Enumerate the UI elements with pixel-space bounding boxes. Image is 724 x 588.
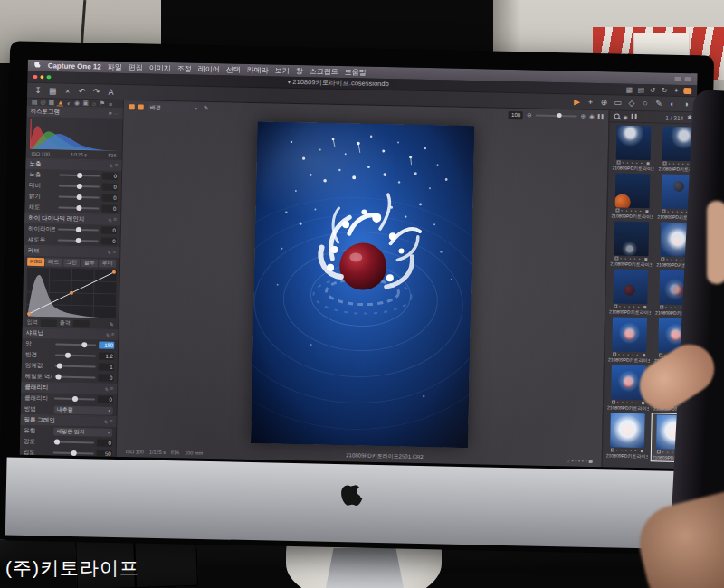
- slider-value[interactable]: 0: [102, 173, 118, 180]
- menu-item[interactable]: 스크립트: [310, 66, 338, 77]
- color-tag-circle-icon[interactable]: ○: [567, 458, 570, 463]
- rotate-ccw-icon[interactable]: ↺: [649, 86, 656, 94]
- grid-icon[interactable]: ▦: [49, 86, 57, 95]
- thumb-checkbox[interactable]: [661, 257, 664, 261]
- zoom-slider[interactable]: [536, 115, 577, 118]
- eye-icon[interactable]: ◉: [624, 113, 628, 119]
- tools-icon[interactable]: ✦: [672, 86, 680, 94]
- menu-item[interactable]: 도움말: [345, 67, 367, 78]
- color-tab-icon[interactable]: ◐: [66, 100, 71, 106]
- menu-item[interactable]: 레이어: [198, 64, 220, 75]
- slider[interactable]: [58, 229, 99, 232]
- curve-pen-icon[interactable]: ✎: [110, 321, 114, 327]
- exposure-tab-icon[interactable]: ▲: [57, 99, 63, 106]
- color-tag-icon[interactable]: [683, 87, 691, 93]
- slider[interactable]: [59, 185, 100, 188]
- tool-menu-icon[interactable]: ≡: [111, 332, 115, 338]
- slider-value[interactable]: 0: [102, 184, 118, 191]
- filmstrip-thumbnail[interactable]: • • • • • 210809PD키토라이프2494.CR2: [608, 268, 653, 316]
- tool-menu-icon[interactable]: ≡: [113, 250, 117, 256]
- slider[interactable]: [53, 441, 94, 443]
- rating-square-icon[interactable]: [589, 459, 593, 462]
- slider-knob[interactable]: [71, 396, 77, 402]
- search-icon[interactable]: [614, 113, 620, 119]
- filmstrip-thumbnail[interactable]: • • • • • 210809PD키토라이프2488.CR2: [611, 124, 655, 172]
- thumbnail-image[interactable]: [610, 413, 645, 448]
- slider[interactable]: [59, 196, 100, 199]
- slider-knob[interactable]: [76, 194, 81, 200]
- thumb-checkbox[interactable]: [614, 256, 618, 260]
- draw-mask-icon[interactable]: ✎: [655, 99, 662, 108]
- thumbnail-image[interactable]: [615, 173, 651, 208]
- thumb-checkbox[interactable]: [616, 160, 620, 164]
- pause-icon[interactable]: [632, 114, 637, 119]
- tool-menu-icon[interactable]: ≡: [110, 419, 113, 425]
- slider-knob[interactable]: [82, 342, 88, 347]
- slider-knob[interactable]: [71, 450, 76, 456]
- zoom-out-icon[interactable]: ⊖: [527, 111, 532, 119]
- close-window-button[interactable]: [33, 75, 37, 80]
- slider[interactable]: [53, 451, 94, 454]
- curve-plot[interactable]: [23, 268, 119, 319]
- annotate-icon[interactable]: A: [108, 88, 115, 97]
- slider-knob[interactable]: [57, 364, 62, 369]
- pan-tool-icon[interactable]: +: [586, 98, 594, 107]
- preset-icon[interactable]: ✎: [103, 419, 108, 425]
- rating-dots[interactable]: • • • • •: [571, 458, 586, 463]
- thumb-checkbox[interactable]: [613, 352, 616, 356]
- preset-icon[interactable]: ✎: [107, 250, 111, 256]
- grain-type-dropdown[interactable]: 세밀한 입자 ▾: [53, 427, 112, 436]
- menu-item[interactable]: 이미지: [149, 63, 171, 74]
- straighten-tool-icon[interactable]: ◇: [628, 99, 635, 108]
- redo-icon[interactable]: ↷: [93, 87, 100, 96]
- slider-value[interactable]: 50: [97, 450, 112, 457]
- curve-channel-tab[interactable]: 루마: [99, 259, 116, 267]
- filmstrip-thumbnail[interactable]: • • • • • 210809PD키토라이프2500.CR2: [605, 412, 650, 461]
- slider-knob[interactable]: [55, 375, 61, 380]
- brush-icon[interactable]: ✎: [204, 105, 209, 112]
- proof-eye-icon[interactable]: ◉: [589, 113, 595, 120]
- slider[interactable]: [54, 397, 95, 400]
- slider-knob[interactable]: [76, 205, 81, 211]
- tool-menu-icon[interactable]: ≡: [110, 386, 114, 393]
- curve-output-value[interactable]: [73, 319, 90, 327]
- slider-value[interactable]: 0: [97, 439, 112, 446]
- flag-icon[interactable]: ⚑: [107, 110, 112, 117]
- menu-item[interactable]: 조정: [177, 63, 192, 73]
- thumbnail-image[interactable]: [612, 317, 647, 352]
- slider-value[interactable]: 0: [101, 238, 117, 245]
- slider-knob[interactable]: [64, 353, 70, 358]
- thumb-checkbox[interactable]: [615, 208, 619, 212]
- thumb-checkbox[interactable]: [662, 210, 665, 213]
- zoom-window-button[interactable]: [46, 75, 51, 80]
- batch-tab-icon[interactable]: ≡: [108, 100, 113, 107]
- undo-icon[interactable]: ↶: [79, 87, 86, 96]
- thumb-checkbox[interactable]: [611, 448, 614, 451]
- rotate-cw-icon[interactable]: ↻: [661, 86, 668, 94]
- layer-visibility-checkbox[interactable]: [129, 104, 135, 109]
- slider-value[interactable]: 0: [101, 227, 117, 234]
- slider-value[interactable]: 1: [99, 364, 114, 371]
- details-tab-icon[interactable]: ◉: [74, 100, 80, 107]
- menu-item[interactable]: 선택: [226, 64, 241, 74]
- spot-tool-icon[interactable]: ○: [642, 99, 649, 108]
- slider[interactable]: [54, 375, 95, 378]
- lens-tab-icon[interactable]: ▦: [49, 99, 55, 106]
- delete-icon[interactable]: ×: [64, 87, 71, 96]
- slider-value[interactable]: 0: [102, 194, 118, 202]
- tool-menu-icon[interactable]: ≡: [114, 217, 118, 223]
- curve-channel-tab[interactable]: 그린: [63, 259, 81, 267]
- viewer-mode-icon[interactable]: ▦: [625, 85, 633, 93]
- library-tab-icon[interactable]: ▤: [32, 99, 38, 106]
- preset-icon[interactable]: ✎: [109, 163, 113, 169]
- layer-select[interactable]: 배경 ▾: [148, 103, 200, 113]
- thumb-checkbox[interactable]: [662, 162, 666, 166]
- pick-color-icon[interactable]: ◐: [669, 100, 676, 109]
- menu-item[interactable]: 카메라: [247, 65, 269, 76]
- thumb-checkbox[interactable]: [612, 400, 615, 403]
- curve-channel-tab[interactable]: RGB: [27, 258, 44, 266]
- loupe-tool-icon[interactable]: ⊕: [600, 98, 607, 107]
- slider[interactable]: [58, 207, 99, 210]
- import-icon[interactable]: ↧: [34, 86, 42, 95]
- menu-item[interactable]: 보기: [275, 66, 290, 76]
